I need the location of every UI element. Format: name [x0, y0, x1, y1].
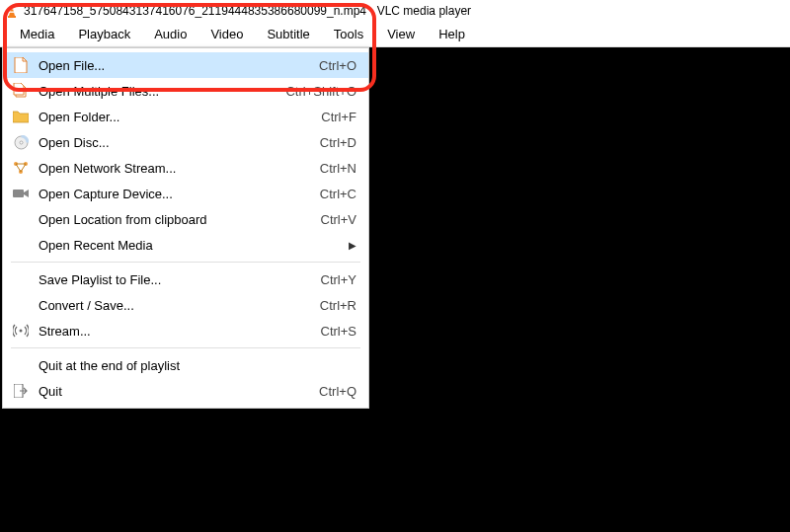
menu-label: Quit at the end of playlist: [39, 358, 356, 373]
menu-label: Open Recent Media: [39, 238, 349, 253]
menu-shortcut: Ctrl+C: [320, 187, 356, 201]
menu-help[interactable]: Help: [427, 23, 477, 45]
stream-icon: [11, 323, 31, 339]
menu-audio[interactable]: Audio: [142, 23, 198, 45]
file-icon: [11, 57, 31, 73]
menu-open-file[interactable]: Open File... Ctrl+O: [3, 52, 368, 78]
menu-save-playlist[interactable]: Save Playlist to File... Ctrl+Y: [3, 266, 368, 292]
svg-point-5: [20, 141, 23, 144]
blank-icon: [11, 211, 31, 227]
menu-shortcut: Ctrl+Shift+O: [285, 84, 356, 99]
svg-marker-0: [9, 5, 15, 16]
folder-icon: [11, 109, 31, 124]
svg-rect-2: [10, 8, 14, 9]
titlebar: 317647158_5750843137416076_2119444835386…: [0, 0, 790, 22]
menu-shortcut: Ctrl+D: [320, 135, 356, 150]
menu-open-folder[interactable]: Open Folder... Ctrl+F: [3, 104, 368, 129]
network-icon: [11, 160, 31, 176]
menu-shortcut: Ctrl+O: [319, 58, 356, 73]
menu-open-location-clipboard[interactable]: Open Location from clipboard Ctrl+V: [3, 206, 368, 232]
menu-subtitle[interactable]: Subtitle: [255, 23, 321, 45]
files-icon: [11, 83, 31, 99]
menu-stream[interactable]: Stream... Ctrl+S: [3, 318, 368, 343]
menubar: Media Playback Audio Video Subtitle Tool…: [0, 22, 790, 47]
svg-point-10: [20, 330, 23, 333]
menu-separator: [11, 347, 360, 348]
media-dropdown: Open File... Ctrl+O Open Multiple Files.…: [2, 47, 369, 409]
menu-quit[interactable]: Quit Ctrl+Q: [3, 378, 368, 404]
menu-shortcut: Ctrl+R: [320, 298, 356, 313]
svg-rect-1: [8, 16, 16, 18]
capture-icon: [11, 186, 31, 201]
menu-view[interactable]: View: [375, 23, 427, 45]
menu-open-multiple-files[interactable]: Open Multiple Files... Ctrl+Shift+O: [3, 78, 368, 104]
menu-open-capture-device[interactable]: Open Capture Device... Ctrl+C: [3, 181, 368, 206]
menu-label: Open Location from clipboard: [39, 212, 321, 227]
menu-label: Stream...: [39, 324, 321, 339]
blank-icon: [11, 297, 31, 313]
menu-shortcut: Ctrl+Y: [321, 272, 356, 287]
svg-rect-3: [10, 12, 15, 13]
window-title: 317647158_5750843137416076_2119444835386…: [24, 4, 471, 18]
menu-shortcut: Ctrl+F: [321, 110, 356, 124]
menu-shortcut: Ctrl+Q: [319, 384, 356, 399]
menu-shortcut: Ctrl+N: [320, 161, 356, 176]
menu-label: Open Capture Device...: [39, 187, 320, 201]
disc-icon: [11, 134, 31, 150]
menu-separator: [11, 262, 360, 263]
menu-open-network-stream[interactable]: Open Network Stream... Ctrl+N: [3, 155, 368, 181]
menu-shortcut: Ctrl+S: [321, 324, 356, 339]
menu-label: Open Multiple Files...: [39, 84, 285, 99]
menu-media[interactable]: Media: [8, 23, 66, 45]
blank-icon: [11, 357, 31, 373]
menu-video[interactable]: Video: [198, 23, 255, 45]
vlc-cone-icon: [6, 4, 18, 18]
blank-icon: [11, 237, 31, 253]
svg-rect-9: [13, 190, 24, 197]
menu-open-disc[interactable]: Open Disc... Ctrl+D: [3, 129, 368, 155]
menu-label: Open Network Stream...: [39, 161, 320, 176]
menu-label: Convert / Save...: [39, 298, 320, 313]
menu-label: Quit: [39, 384, 319, 399]
menu-open-recent-media[interactable]: Open Recent Media ▶: [3, 232, 368, 258]
menu-label: Open Disc...: [39, 135, 320, 150]
quit-icon: [11, 383, 31, 399]
menu-convert-save[interactable]: Convert / Save... Ctrl+R: [3, 292, 368, 318]
blank-icon: [11, 271, 31, 287]
menu-label: Open Folder...: [39, 110, 321, 124]
menu-playback[interactable]: Playback: [66, 23, 142, 45]
menu-label: Save Playlist to File...: [39, 272, 321, 287]
menu-tools[interactable]: Tools: [322, 23, 375, 45]
menu-label: Open File...: [39, 58, 319, 73]
submenu-arrow-icon: ▶: [349, 240, 356, 251]
menu-shortcut: Ctrl+V: [321, 212, 356, 227]
menu-quit-end-playlist[interactable]: Quit at the end of playlist: [3, 352, 368, 378]
